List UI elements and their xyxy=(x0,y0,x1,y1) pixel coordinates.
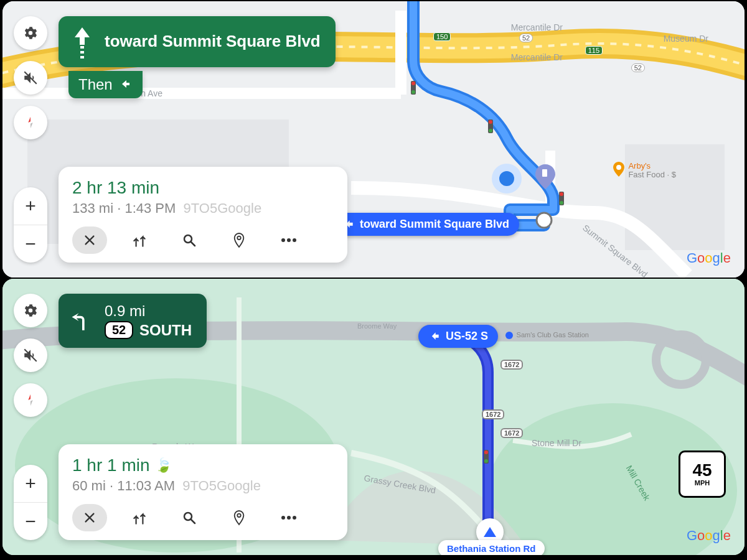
hwy-shield-52: 52 xyxy=(105,321,133,339)
speed-unit: MPH xyxy=(695,479,710,487)
close-icon xyxy=(83,511,96,525)
svg-point-18 xyxy=(287,238,291,242)
eco-leaf-icon: 🍃 xyxy=(155,457,172,474)
compass-icon xyxy=(24,116,37,129)
poi-pin-icon xyxy=(613,162,624,177)
navigation-panel-bottom: Recycle Way Grassy Creek Blvd Stone Mill… xyxy=(2,279,745,555)
eta-actions xyxy=(72,226,334,254)
search-icon xyxy=(182,233,197,248)
zoom-out-button[interactable]: − xyxy=(14,503,47,540)
search-button[interactable] xyxy=(172,226,207,254)
zoom-controls-top: + − xyxy=(14,187,47,263)
svg-point-7 xyxy=(616,165,621,170)
svg-rect-6 xyxy=(542,169,547,177)
close-icon xyxy=(83,233,96,247)
hwy-shield-52b: 52 xyxy=(631,63,645,72)
search-icon xyxy=(182,510,197,525)
poi-arbys-name: Arby's xyxy=(628,162,676,170)
eta-card-top: 2 hr 13 min 133 mi · 1:43 PM 9TO5Google xyxy=(59,167,347,263)
turn-left-icon xyxy=(118,77,133,92)
direction-cardinal: SOUTH xyxy=(139,322,192,339)
svg-point-5 xyxy=(537,213,552,228)
svg-marker-25 xyxy=(28,394,31,400)
pin-icon xyxy=(232,232,246,248)
eta-time: 2 hr 13 min xyxy=(72,178,334,198)
zoom-in-button[interactable]: + xyxy=(14,187,47,225)
google-logo: Google xyxy=(687,528,731,544)
settings-button[interactable] xyxy=(14,16,47,50)
svg-line-15 xyxy=(191,242,195,246)
svg-marker-9 xyxy=(28,117,31,123)
pin-button[interactable] xyxy=(222,226,256,254)
close-nav-button[interactable] xyxy=(72,504,107,531)
turn-left-arrow-icon xyxy=(68,304,96,338)
more-button[interactable] xyxy=(271,226,306,254)
alt-routes-icon xyxy=(131,232,148,248)
speaker-mute-icon xyxy=(22,347,39,363)
settings-button[interactable] xyxy=(14,294,47,327)
hwy-shield-150: 150 xyxy=(433,32,451,41)
search-button[interactable] xyxy=(172,504,207,531)
zoom-in-button[interactable]: + xyxy=(14,465,47,503)
hwy-shield-115: 115 xyxy=(585,46,603,55)
zoom-out-button[interactable]: − xyxy=(14,225,47,263)
rd-shield-1672c: 1672 xyxy=(500,428,523,438)
eta-subtitle: 133 mi · 1:43 PM 9TO5Google xyxy=(72,200,334,217)
pin-icon xyxy=(232,510,246,526)
road-label-mercantile-2: Mercantile Dr xyxy=(511,52,563,62)
poi-gas[interactable]: Sam's Club Gas Station xyxy=(505,331,589,339)
turn-left-icon xyxy=(428,330,441,343)
close-nav-button[interactable] xyxy=(72,226,107,254)
more-button[interactable] xyxy=(271,504,306,531)
svg-marker-10 xyxy=(31,123,33,128)
direction-card-bottom[interactable]: 0.9 mi 52 SOUTH xyxy=(59,294,207,348)
more-icon xyxy=(281,515,297,520)
eta-time: 1 hr 1 min🍃 xyxy=(72,455,334,475)
road-label-museum: Museum Dr xyxy=(664,34,708,44)
mute-button[interactable] xyxy=(14,61,47,95)
svg-rect-11 xyxy=(80,46,84,49)
svg-point-17 xyxy=(281,238,285,242)
compass-icon xyxy=(24,393,37,407)
current-road-chip[interactable]: Bethania Station Rd xyxy=(438,540,545,555)
compass-button[interactable] xyxy=(14,383,47,417)
direction-text: toward Summit Square Blvd xyxy=(105,32,321,51)
routes-button[interactable] xyxy=(122,226,157,254)
eta-card-bottom: 1 hr 1 min🍃 60 mi · 11:03 AM 9TO5Google xyxy=(59,444,347,540)
svg-point-32 xyxy=(293,516,296,520)
traffic-light-icon xyxy=(484,450,489,464)
routes-button[interactable] xyxy=(122,504,157,531)
road-label-broome: Broome Way xyxy=(357,322,397,330)
svg-point-16 xyxy=(237,236,241,240)
traffic-light-icon xyxy=(559,192,564,205)
svg-line-28 xyxy=(191,520,195,523)
side-controls-bottom xyxy=(14,294,47,417)
svg-marker-26 xyxy=(31,400,33,406)
side-controls-top xyxy=(14,16,47,139)
eta-subtitle: 60 mi · 11:03 AM 9TO5Google xyxy=(72,478,334,494)
pin-button[interactable] xyxy=(222,504,256,531)
rd-shield-1672b: 1672 xyxy=(482,409,504,419)
hwy-shield-52a: 52 xyxy=(519,34,533,42)
speaker-mute-icon xyxy=(22,70,39,86)
next-turn-bubble-top[interactable]: toward Summit Square Blvd xyxy=(332,213,519,236)
mute-button[interactable] xyxy=(14,338,47,372)
svg-point-31 xyxy=(287,516,291,520)
compass-button[interactable] xyxy=(14,106,47,139)
poi-arbys-sub: Fast Food · $ xyxy=(628,170,676,179)
traffic-light-icon xyxy=(488,119,493,133)
more-icon xyxy=(281,238,297,243)
speed-limit-sign: 45 MPH xyxy=(679,450,726,498)
zoom-controls-bottom: + − xyxy=(14,465,47,540)
poi-arbys[interactable]: Arby'sFast Food · $ xyxy=(613,162,676,180)
next-turn-bubble-bottom[interactable]: US-52 S xyxy=(418,325,498,348)
direction-card-top[interactable]: toward Summit Square Blvd xyxy=(59,16,336,67)
svg-point-29 xyxy=(237,514,241,518)
speed-value: 45 xyxy=(692,462,712,479)
road-label-mercantile: Mercantile Dr xyxy=(511,22,563,32)
straight-arrow-icon xyxy=(68,25,96,58)
navigation-panel-top: Patterson Ave Mercantile Dr Mercantile D… xyxy=(2,1,745,278)
then-chip[interactable]: Then xyxy=(68,71,143,98)
direction-distance: 0.9 mi xyxy=(105,302,192,320)
direction-text-block: 0.9 mi 52 SOUTH xyxy=(105,302,192,339)
